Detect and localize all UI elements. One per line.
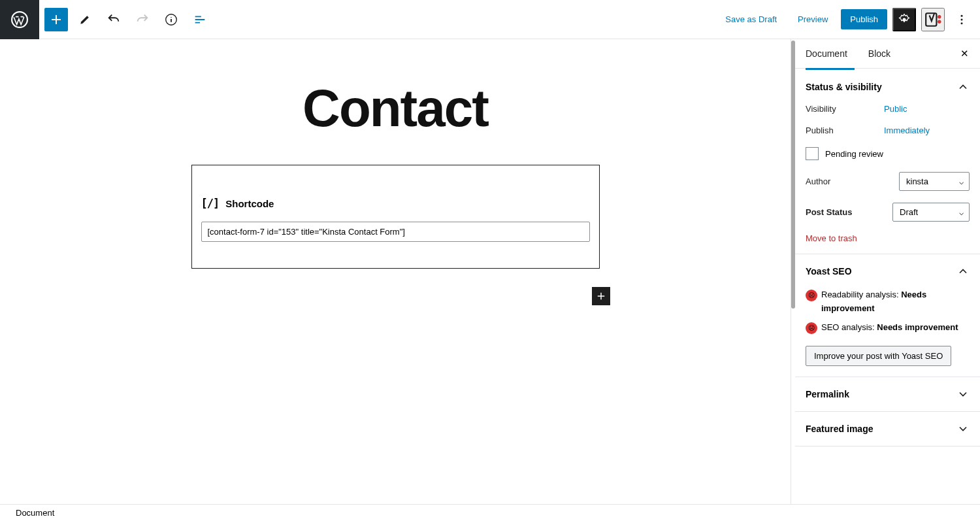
visibility-label: Visibility (806, 104, 884, 114)
publish-label: Publish (806, 126, 884, 135)
chevron-up-icon (956, 80, 970, 93)
close-sidebar-icon[interactable]: ✕ (953, 42, 976, 65)
panel-yoast-header[interactable]: Yoast SEO (795, 254, 980, 288)
chevron-down-icon (956, 388, 970, 401)
panel-featured-header[interactable]: Featured image (795, 412, 980, 446)
publish-button[interactable]: Publish (841, 9, 887, 29)
settings-icon[interactable] (892, 8, 916, 31)
wordpress-logo[interactable] (0, 0, 39, 39)
publish-value[interactable]: Immediately (884, 126, 930, 135)
shortcode-block[interactable]: [/] Shortcode (191, 165, 600, 269)
panel-permalink: Permalink (795, 377, 980, 412)
tab-block[interactable]: Block (858, 39, 901, 68)
svg-point-6 (961, 14, 963, 16)
toolbar-left (39, 8, 217, 31)
undo-icon[interactable] (102, 8, 125, 31)
chevron-up-icon (956, 265, 970, 278)
redo-icon[interactable] (131, 8, 154, 31)
svg-point-4 (938, 14, 941, 18)
chevron-down-icon (956, 422, 970, 435)
panel-featured: Featured image (795, 412, 980, 446)
svg-point-8 (961, 22, 963, 24)
shortcode-input[interactable] (201, 222, 590, 242)
pending-review-label: Pending review (825, 149, 883, 159)
tab-document[interactable]: Document (795, 39, 858, 68)
panel-yoast-title: Yoast SEO (806, 266, 852, 277)
seo-row: ☹ SEO analysis: Needs improvement (806, 321, 970, 335)
improve-yoast-button[interactable]: Improve your post with Yoast SEO (806, 346, 951, 366)
more-icon[interactable] (950, 8, 973, 31)
panel-yoast: Yoast SEO ☹ Readability analysis: Needs … (795, 254, 980, 377)
move-to-trash[interactable]: Move to trash (806, 233, 970, 243)
panel-status-header[interactable]: Status & visibility (795, 70, 980, 104)
panel-featured-title: Featured image (806, 424, 873, 434)
edit-icon[interactable] (73, 8, 97, 31)
author-select[interactable]: kinsta (899, 172, 970, 191)
append-block-button[interactable] (592, 287, 610, 305)
author-label: Author (806, 176, 884, 186)
toolbar-right: Save as Draft Preview Publish (717, 8, 980, 31)
panel-status: Status & visibility Visibility Public Pu… (795, 70, 980, 254)
page-title[interactable]: Contact (302, 78, 488, 139)
editor-canvas: Contact [/] Shortcode (0, 39, 791, 504)
panel-permalink-header[interactable]: Permalink (795, 377, 980, 411)
panel-status-title: Status & visibility (806, 82, 882, 92)
block-label: Shortcode (225, 198, 274, 209)
visibility-value[interactable]: Public (884, 104, 907, 114)
save-draft-button[interactable]: Save as Draft (717, 9, 785, 29)
panel-permalink-title: Permalink (806, 389, 849, 399)
settings-sidebar: Document Block ✕ Status & visibility Vis… (791, 39, 980, 504)
pending-review-checkbox[interactable] (806, 147, 819, 160)
breadcrumb-text[interactable]: Document (16, 508, 54, 518)
sad-face-icon: ☹ (806, 290, 817, 301)
post-status-select[interactable]: Draft (892, 203, 970, 222)
svg-point-5 (938, 20, 941, 23)
top-toolbar: Save as Draft Preview Publish (0, 0, 980, 39)
body: Contact [/] Shortcode Document Block ✕ S… (0, 39, 980, 504)
svg-point-7 (961, 18, 963, 20)
preview-button[interactable]: Preview (790, 9, 836, 29)
add-block-button[interactable] (44, 8, 68, 31)
sidebar-tabs: Document Block ✕ (795, 39, 980, 69)
post-status-label: Post Status (806, 207, 884, 217)
footer-breadcrumb: Document (0, 504, 980, 521)
readability-row: ☹ Readability analysis: Needs improvemen… (806, 288, 970, 316)
yoast-icon[interactable] (921, 8, 945, 31)
info-icon[interactable] (159, 8, 183, 31)
sad-face-icon: ☹ (806, 322, 817, 334)
shortcode-icon: [/] (201, 197, 220, 210)
outline-icon[interactable] (188, 8, 212, 31)
